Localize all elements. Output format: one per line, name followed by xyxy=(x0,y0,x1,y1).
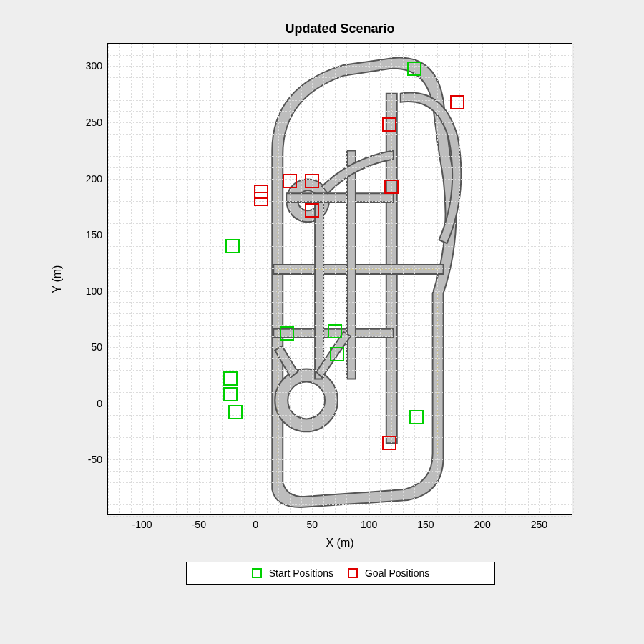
x-tick: 250 xyxy=(517,519,560,530)
start-marker xyxy=(330,347,344,361)
goal-marker xyxy=(254,192,268,206)
x-tick: -100 xyxy=(121,519,164,530)
square-icon xyxy=(348,568,358,578)
start-marker xyxy=(225,239,240,253)
start-marker xyxy=(223,387,238,401)
start-marker xyxy=(223,371,238,386)
y-tick: 0 xyxy=(67,396,102,411)
goal-marker xyxy=(382,436,396,450)
road-network-overlay xyxy=(108,44,572,514)
plot-title: Updated Scenario xyxy=(107,21,572,36)
y-tick: 300 xyxy=(67,59,102,73)
goal-marker xyxy=(450,95,464,109)
goal-marker xyxy=(382,117,396,132)
svg-point-3 xyxy=(288,382,325,419)
legend[interactable]: Start Positions Goal Positions xyxy=(186,562,495,585)
y-tick: 200 xyxy=(67,172,102,186)
legend-goal-label: Goal Positions xyxy=(365,567,429,579)
x-axis-label: X (m) xyxy=(107,537,572,550)
y-tick: -50 xyxy=(67,452,102,467)
x-tick: -50 xyxy=(177,519,220,530)
y-tick: 50 xyxy=(67,340,102,354)
x-tick: 150 xyxy=(404,519,447,530)
legend-start-entry[interactable]: Start Positions xyxy=(252,567,333,579)
goal-marker xyxy=(305,203,319,218)
x-tick: 0 xyxy=(234,519,277,530)
y-tick: 100 xyxy=(67,284,102,298)
x-tick: 100 xyxy=(348,519,391,530)
figure: Updated Scenario Y (m) xyxy=(0,0,644,644)
start-marker xyxy=(280,326,294,341)
goal-marker xyxy=(305,174,319,188)
start-marker xyxy=(228,405,243,419)
start-marker xyxy=(409,410,424,424)
legend-goal-entry[interactable]: Goal Positions xyxy=(348,567,429,579)
plot-axes[interactable]: -100-50050100150200250-50050100150200250… xyxy=(107,43,572,515)
x-tick: 200 xyxy=(461,519,504,530)
goal-marker xyxy=(283,174,297,188)
y-tick: 150 xyxy=(67,228,102,242)
y-tick: 250 xyxy=(67,115,102,130)
x-tick: 50 xyxy=(291,519,333,530)
start-marker xyxy=(407,62,421,76)
legend-start-label: Start Positions xyxy=(269,567,333,579)
start-marker xyxy=(328,324,342,338)
y-axis-label: Y (m) xyxy=(50,43,64,515)
square-icon xyxy=(252,568,262,578)
goal-marker xyxy=(384,180,399,194)
